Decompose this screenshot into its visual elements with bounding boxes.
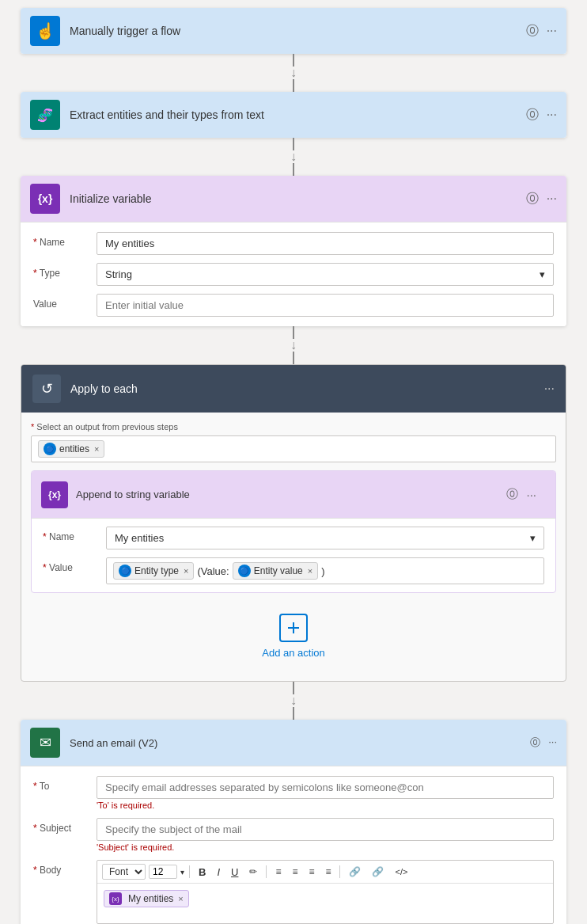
inner-card-append: {x} Append to string variable ⓪ ··· Name… <box>31 470 556 593</box>
connector-1: ↓ <box>290 54 297 92</box>
extract-help-icon[interactable]: ⓪ <box>526 107 539 124</box>
toolbar-size-chevron: ▾ <box>180 868 184 876</box>
toolbar-link-btn[interactable]: 🔗 <box>345 865 365 879</box>
email-header: ✉ Send an email (V2) ⓪ ··· <box>21 720 566 766</box>
extract-title: Extract entities and their types from te… <box>70 108 526 121</box>
apply-each-icon: ↺ <box>32 375 61 403</box>
add-action-icon <box>279 614 308 642</box>
entity-value-close[interactable]: × <box>308 566 312 576</box>
email-subject-input[interactable] <box>97 818 554 841</box>
toolbar-italic-btn[interactable]: I <box>213 865 224 880</box>
body-token-label: My entities <box>128 893 173 904</box>
toolbar-size-input[interactable] <box>149 865 177 879</box>
manual-trigger-more-icon[interactable]: ··· <box>547 24 557 38</box>
toolbar-ul-btn[interactable]: ≡ <box>288 865 301 879</box>
email-to-container: 'To' is required. <box>97 776 554 810</box>
connector-line-1 <box>293 54 294 67</box>
value-end: ) <box>321 565 324 577</box>
init-name-input[interactable] <box>97 232 554 255</box>
entity-type-token: 🔵 Entity type × <box>113 562 194 580</box>
manual-trigger-help-icon[interactable]: ⓪ <box>526 23 539 40</box>
append-help-icon[interactable]: ⓪ <box>506 487 518 502</box>
connector-4: ↓ <box>290 682 297 720</box>
email-help-icon[interactable]: ⓪ <box>530 736 540 750</box>
connector-arrow-3: ↓ <box>290 339 297 352</box>
toolbar-divider-3 <box>339 865 340 878</box>
init-type-row: Type String ▾ <box>33 263 554 286</box>
toolbar-color-btn[interactable]: ✏ <box>245 865 261 879</box>
output-select-row: * Select an output from previous steps 🔵… <box>31 422 556 462</box>
append-name-value: My entities <box>115 532 164 544</box>
apply-each-container: ↺ Apply to each ··· * Select an output f… <box>21 364 566 682</box>
toolbar-underline-btn[interactable]: U <box>227 865 242 880</box>
connector-line-2 <box>293 138 294 150</box>
inner-card-header: {x} Append to string variable ⓪ ··· <box>32 471 555 518</box>
connector-line-4b <box>293 707 294 720</box>
toolbar-divider-1 <box>189 865 190 878</box>
email-more-icon[interactable]: ··· <box>548 736 557 750</box>
append-more-icon[interactable]: ··· <box>526 488 536 501</box>
email-to-input[interactable] <box>97 776 554 799</box>
apply-each-header: ↺ Apply to each ··· <box>21 365 566 413</box>
toolbar-ol-btn[interactable]: ≡ <box>271 865 285 879</box>
connector-line-3 <box>293 326 294 339</box>
init-type-label: Type <box>33 263 97 279</box>
apply-each-title: Apply to each <box>70 382 544 395</box>
connector-arrow-4: ↓ <box>290 694 297 707</box>
entity-type-close[interactable]: × <box>184 566 188 576</box>
email-subject-label: Subject <box>33 818 97 834</box>
init-type-select[interactable]: String ▾ <box>97 263 554 286</box>
append-name-label: Name <box>43 527 106 542</box>
init-name-label: Name <box>33 232 97 248</box>
toolbar-indent-btn[interactable]: ≡ <box>305 865 318 879</box>
connector-arrow-2: ↓ <box>290 150 297 163</box>
init-value-input[interactable] <box>97 294 554 317</box>
append-name-row: Name My entities ▾ <box>43 527 544 549</box>
connector-line-3b <box>293 352 294 364</box>
init-type-chevron: ▾ <box>540 268 545 280</box>
email-subject-container: 'Subject' is required. <box>97 818 554 852</box>
append-title: Append to string variable <box>76 489 497 500</box>
manual-trigger-icon: ☝ <box>30 16 60 46</box>
svg-rect-1 <box>288 627 299 629</box>
extract-more-icon[interactable]: ··· <box>547 108 557 122</box>
email-subject-row: Subject 'Subject' is required. <box>33 818 554 852</box>
toolbar-font-select[interactable]: Font <box>102 864 146 880</box>
email-body-row: Body Font ▾ B I U ✏ ≡ <box>33 860 554 924</box>
entities-token-close[interactable]: × <box>94 444 99 454</box>
email-body-toolbar: Font ▾ B I U ✏ ≡ ≡ ≡ ≡ <box>97 860 554 924</box>
card-init-variable: {x} Initialize variable ⓪ ··· Name Type … <box>21 176 566 326</box>
entity-type-icon: 🔵 <box>119 565 131 577</box>
toolbar-unlink-btn[interactable]: 🔗 <box>368 865 388 879</box>
toolbar-bold-btn[interactable]: B <box>195 865 210 880</box>
connector-arrow-1: ↓ <box>290 67 297 79</box>
append-value-tokens[interactable]: 🔵 Entity type × (Value: 🔵 Entity value ×… <box>106 557 544 584</box>
add-action-button[interactable]: Add an action <box>31 601 556 671</box>
init-type-value: String <box>105 268 132 280</box>
toolbar-code-btn[interactable]: </> <box>391 865 411 878</box>
email-body-content[interactable]: {x} My entities × <box>97 884 553 923</box>
connector-2: ↓ <box>290 138 297 176</box>
apply-each-body: * Select an output from previous steps 🔵… <box>21 413 566 681</box>
append-name-select[interactable]: My entities ▾ <box>106 527 544 549</box>
email-body: To 'To' is required. Subject 'Subject' i… <box>21 766 566 924</box>
body-token-close[interactable]: × <box>178 894 183 903</box>
connector-line-2b <box>293 163 294 176</box>
email-body-label: Body <box>33 860 97 876</box>
init-more-icon[interactable]: ··· <box>547 192 557 206</box>
entity-type-label: Entity type <box>134 565 179 576</box>
output-select-label: * Select an output from previous steps <box>31 422 556 432</box>
output-token-input[interactable]: 🔵 entities × <box>31 435 556 462</box>
toolbar-outdent-btn[interactable]: ≡ <box>321 865 335 879</box>
entities-token-icon: 🔵 <box>44 443 56 455</box>
init-name-row: Name <box>33 232 554 255</box>
email-title: Send an email (V2) <box>70 737 157 749</box>
email-icon: ✉ <box>30 728 60 758</box>
card-extract-entities: 🧬 Extract entities and their types from … <box>21 92 566 138</box>
append-actions: ⓪ ··· <box>497 479 546 510</box>
append-name-chevron: ▾ <box>530 532 536 544</box>
init-value-row: Value <box>33 294 554 317</box>
init-help-icon[interactable]: ⓪ <box>526 191 539 207</box>
entity-value-label: Entity value <box>254 565 303 576</box>
apply-each-more-icon[interactable]: ··· <box>544 382 555 396</box>
